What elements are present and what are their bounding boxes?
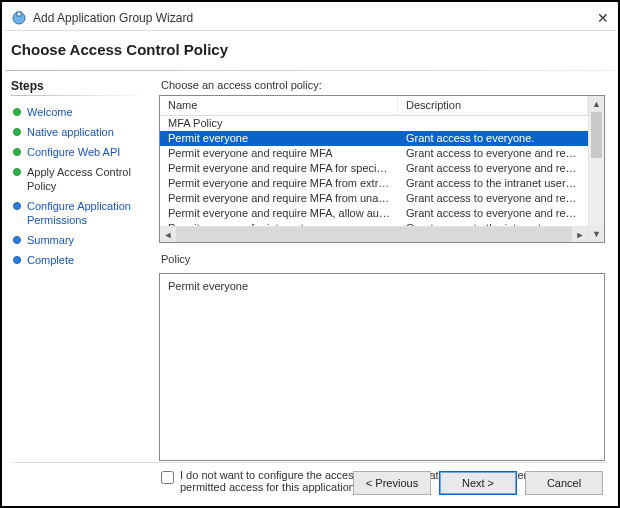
step-label: Apply Access Control Policy — [27, 165, 149, 193]
policy-row[interactable]: Permit everyoneGrant access to everyone. — [160, 131, 588, 146]
policy-name-cell: Permit everyone — [160, 131, 398, 146]
policy-name-cell: Permit everyone and require MFA, allow a… — [160, 206, 398, 221]
v-scroll-thumb[interactable] — [591, 112, 602, 158]
choose-policy-label: Choose an access control policy: — [161, 79, 605, 91]
policy-row[interactable]: Permit everyone and require MFA for spec… — [160, 161, 588, 176]
step-label: Welcome — [27, 105, 73, 119]
scroll-up-button[interactable]: ▲ — [589, 96, 604, 112]
step-label: Configure Application Permissions — [27, 199, 149, 227]
step-bullet-icon — [13, 128, 21, 136]
policy-description-cell: Grant access to everyone and require MFA… — [398, 206, 588, 221]
h-scroll-track[interactable] — [176, 227, 572, 243]
step-item[interactable]: Configure Application Permissions — [11, 196, 151, 230]
policy-preview-text: Permit everyone — [168, 280, 248, 292]
step-item[interactable]: Native application — [11, 122, 151, 142]
scroll-down-button[interactable]: ▼ — [589, 226, 604, 242]
step-label: Native application — [27, 125, 114, 139]
app-icon — [11, 10, 27, 26]
policy-row[interactable]: Permit everyone and require MFA from ext… — [160, 176, 588, 191]
horizontal-scrollbar[interactable]: ◄ ► — [160, 226, 588, 242]
v-scroll-track[interactable] — [589, 112, 604, 226]
policy-row[interactable]: MFA Policy — [160, 116, 588, 131]
page-title: Choose Access Control Policy — [11, 41, 609, 58]
cancel-button[interactable]: Cancel — [525, 471, 603, 495]
policy-description-cell: Grant access to everyone. — [398, 131, 588, 146]
titlebar: Add Application Group Wizard ✕ — [5, 5, 615, 31]
policy-list[interactable]: Name Description MFA PolicyPermit everyo… — [159, 95, 605, 243]
step-item[interactable]: Apply Access Control Policy — [11, 162, 151, 196]
footer-divider — [13, 462, 607, 463]
close-button[interactable]: ✕ — [569, 10, 609, 26]
policy-name-cell: Permit everyone and require MFA for spec… — [160, 161, 398, 176]
step-item[interactable]: Welcome — [11, 102, 151, 122]
policy-description-cell: Grant access to everyone and require MFA… — [398, 161, 588, 176]
policy-label: Policy — [161, 253, 605, 265]
steps-underline — [11, 95, 151, 96]
policy-description-cell: Grant access to everyone and require MFA… — [398, 191, 588, 206]
step-label: Configure Web API — [27, 145, 120, 159]
window-title: Add Application Group Wizard — [33, 11, 569, 25]
step-label: Complete — [27, 253, 74, 267]
step-bullet-icon — [13, 108, 21, 116]
column-header-name[interactable]: Name — [160, 96, 398, 115]
policy-row[interactable]: Permit everyone and require MFA, allow a… — [160, 206, 588, 221]
svg-rect-1 — [17, 12, 21, 16]
step-bullet-icon — [13, 256, 21, 264]
steps-sidebar: Steps WelcomeNative applicationConfigure… — [5, 71, 155, 501]
vertical-scrollbar[interactable]: ▲ ▼ — [588, 96, 604, 242]
policy-name-cell: MFA Policy — [160, 116, 398, 131]
policy-description-cell: Grant access to the intranet users and r… — [398, 176, 588, 191]
step-item[interactable]: Summary — [11, 230, 151, 250]
policy-name-cell: Permit everyone and require MFA from una… — [160, 191, 398, 206]
policy-list-headers[interactable]: Name Description — [160, 96, 588, 116]
next-button[interactable]: Next > — [439, 471, 517, 495]
step-bullet-icon — [13, 148, 21, 156]
wizard-header: Choose Access Control Policy — [5, 31, 615, 70]
policy-name-cell: Permit everyone and require MFA from ext… — [160, 176, 398, 191]
policy-description-cell — [398, 116, 588, 131]
step-bullet-icon — [13, 202, 21, 210]
scroll-left-button[interactable]: ◄ — [160, 227, 176, 243]
optout-checkbox[interactable] — [161, 471, 174, 484]
step-bullet-icon — [13, 168, 21, 176]
step-item[interactable]: Configure Web API — [11, 142, 151, 162]
step-item[interactable]: Complete — [11, 250, 151, 270]
policy-row[interactable]: Permit everyone and require MFAGrant acc… — [160, 146, 588, 161]
column-header-description[interactable]: Description — [398, 96, 588, 115]
policy-description-cell: Grant access to everyone and require MFA… — [398, 146, 588, 161]
policy-row[interactable]: Permit everyone and require MFA from una… — [160, 191, 588, 206]
step-label: Summary — [27, 233, 74, 247]
policy-name-cell: Permit everyone and require MFA — [160, 146, 398, 161]
scroll-right-button[interactable]: ► — [572, 227, 588, 243]
previous-button[interactable]: < Previous — [353, 471, 431, 495]
wizard-window: Add Application Group Wizard ✕ Choose Ac… — [0, 0, 620, 508]
wizard-footer: < Previous Next > Cancel — [353, 471, 603, 495]
policy-preview: Permit everyone — [159, 273, 605, 461]
step-bullet-icon — [13, 236, 21, 244]
main-panel: Choose an access control policy: Name De… — [155, 71, 615, 501]
steps-heading: Steps — [11, 79, 151, 93]
